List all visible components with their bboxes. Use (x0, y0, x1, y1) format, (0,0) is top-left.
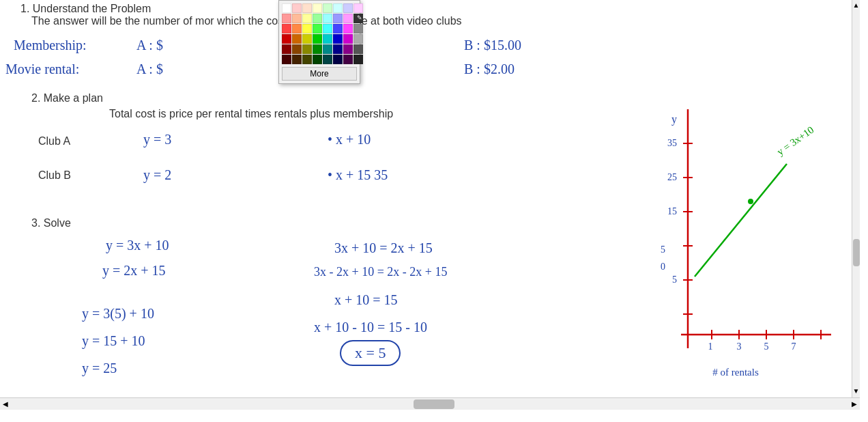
scrollbar-right-arrow[interactable]: ▶ (849, 400, 860, 408)
right-scrollbar: ▲ ▼ (852, 0, 860, 410)
color-cell[interactable] (302, 44, 312, 54)
color-cell[interactable] (313, 55, 322, 64)
color-grid: ✎ (282, 3, 357, 64)
color-cell[interactable] (292, 44, 302, 54)
color-cell[interactable] (333, 34, 343, 44)
color-cell[interactable] (282, 24, 291, 33)
color-cell[interactable] (323, 14, 332, 23)
color-cell[interactable] (343, 34, 353, 44)
color-picker-popup[interactable]: ✎ (278, 0, 360, 84)
eq1: y = 3x + 10 (106, 238, 169, 253)
scrollbar-up-arrow[interactable]: ▲ (852, 0, 860, 10)
color-cell[interactable] (323, 3, 332, 13)
step3-heading: 3. Solve (31, 217, 71, 229)
club-a-label: Club A (38, 135, 70, 147)
color-cell[interactable] (282, 3, 291, 13)
club-b-label: Club B (38, 169, 71, 182)
scrollbar-down-arrow[interactable]: ▼ (852, 386, 860, 396)
color-cell[interactable] (333, 55, 343, 64)
color-cell[interactable] (313, 24, 322, 33)
color-cell[interactable] (333, 3, 343, 13)
color-cell[interactable] (292, 55, 302, 64)
color-cell[interactable] (292, 24, 302, 33)
color-cell[interactable] (302, 34, 312, 44)
color-cell[interactable] (313, 14, 322, 23)
color-cell[interactable] (323, 24, 332, 33)
color-cell[interactable] (333, 24, 343, 33)
color-cell[interactable] (292, 34, 302, 44)
scrollbar-left-arrow[interactable]: ◀ (0, 400, 11, 408)
color-cell[interactable] (323, 34, 332, 44)
eq5: x + 10 = 15 (334, 292, 398, 308)
eq7: x = 5 (340, 340, 401, 366)
color-cell[interactable] (343, 24, 353, 33)
movie-rental-b-value: B : $2.00 (464, 61, 515, 77)
color-cell[interactable] (292, 3, 302, 13)
color-cell[interactable] (343, 3, 353, 13)
club-a-eq: y = 3 (143, 132, 171, 147)
color-cell[interactable] (282, 44, 291, 54)
color-cell[interactable] (353, 3, 363, 13)
membership-b-value: B : $15.00 (464, 38, 521, 53)
membership-a-value: A : $ (136, 38, 163, 53)
color-cell[interactable] (333, 14, 343, 23)
color-cell[interactable] (323, 55, 332, 64)
color-cell[interactable] (343, 14, 353, 23)
color-cell[interactable] (302, 24, 312, 33)
color-cell[interactable] (302, 55, 312, 64)
color-cell[interactable] (282, 55, 291, 64)
color-cell[interactable] (323, 44, 332, 54)
movie-rental-a-value: A : $ (136, 61, 163, 77)
movie-rental-label: Movie rental: (5, 61, 79, 77)
eq4: 3x - 2x + 10 = 2x - 2x + 15 (314, 265, 447, 279)
more-button[interactable]: More (282, 67, 357, 81)
svg-text:y: y (671, 113, 677, 126)
verify3: y = 25 (82, 361, 117, 376)
svg-line-25 (695, 164, 787, 277)
color-cell[interactable] (333, 44, 343, 54)
svg-text:0: 0 (661, 262, 665, 272)
color-cell[interactable] (302, 14, 312, 23)
svg-text:5: 5 (672, 275, 677, 285)
step2-heading: 2. Make a plan (31, 92, 103, 104)
color-cell[interactable] (313, 44, 322, 54)
color-cell[interactable] (343, 55, 353, 64)
svg-text:15: 15 (667, 206, 677, 216)
eq3: 3x + 10 = 2x + 15 (334, 240, 433, 256)
color-cell[interactable] (282, 34, 291, 44)
svg-text:35: 35 (667, 138, 677, 148)
graph-svg: 35 25 15 5 1 3 5 7 y 5 0 # of rentals y … (647, 102, 838, 396)
color-cell[interactable] (282, 14, 291, 23)
color-cell[interactable] (302, 3, 312, 13)
club-b-eq: y = 2 (143, 167, 171, 183)
membership-label: Membership: (14, 38, 87, 53)
color-cell[interactable] (353, 44, 363, 54)
problem-text: The answer will be the number of mor whi… (31, 15, 462, 27)
color-cell[interactable] (353, 34, 363, 44)
color-cell[interactable] (313, 34, 322, 44)
color-cell[interactable]: ✎ (353, 14, 363, 23)
color-cell[interactable] (343, 44, 353, 54)
verify1: y = 3(5) + 10 (82, 306, 154, 322)
bottom-scrollbar: ◀ ▶ (0, 397, 860, 410)
eq2: y = 2x + 15 (102, 263, 166, 279)
club-a-mid: • x + 10 (328, 132, 371, 147)
color-cell[interactable] (353, 24, 363, 33)
svg-text:25: 25 (667, 172, 677, 182)
color-cell[interactable] (313, 3, 322, 13)
scrollbar-thumb[interactable] (853, 239, 860, 266)
whiteboard: 1. Understand the Problem The answer wil… (0, 0, 852, 410)
svg-text:5: 5 (764, 341, 769, 352)
color-cell[interactable] (292, 14, 302, 23)
total-cost-row: Total cost is price per rental times ren… (109, 108, 393, 120)
bottom-scrollbar-thumb[interactable] (414, 399, 454, 409)
main-content: 1. Understand the Problem The answer wil… (0, 0, 860, 410)
svg-text:1: 1 (708, 341, 713, 352)
eq6: x + 10 - 10 = 15 - 10 (314, 320, 427, 335)
svg-text:3: 3 (737, 341, 742, 352)
svg-text:# of rentals: # of rentals (712, 367, 759, 378)
verify2: y = 15 + 10 (82, 333, 145, 349)
color-cell[interactable] (353, 55, 363, 64)
club-b-mid: • x + 15 35 (328, 167, 388, 183)
svg-text:7: 7 (792, 341, 796, 352)
